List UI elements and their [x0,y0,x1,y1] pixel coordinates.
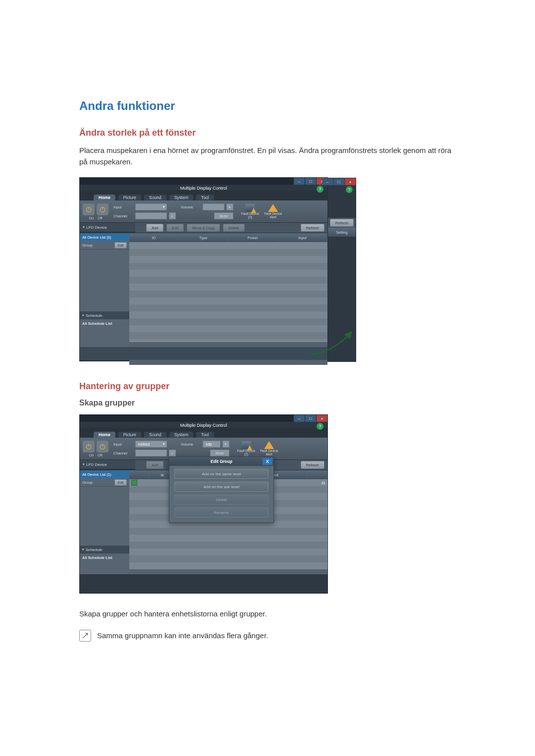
section-resize-title: Ändra storlek på ett fönster [79,128,456,138]
all-schedule-list[interactable]: All Schedule List [80,319,129,327]
channel-input[interactable] [135,212,167,219]
section-groups-title: Hantering av grupper [79,381,456,392]
tab-tool[interactable]: Tool [196,195,214,201]
power-on-button[interactable] [83,203,95,215]
refresh-button-2[interactable]: Refresh [301,461,324,469]
section-resize-body: Placera muspekaren i ena hörnet av progr… [79,145,456,167]
note-icon [79,630,91,642]
all-schedule-list-2[interactable]: All Schedule List [80,554,129,561]
row-checkbox[interactable] [131,480,137,486]
window-controls-2: – □ x [294,415,327,422]
col-type[interactable]: Type [179,233,228,242]
power-on-button-2[interactable] [83,441,95,453]
sidebar: All Device List (0) Group Edit Schedule … [80,233,129,347]
note: Samma gruppnamn kan inte användas flera … [79,630,456,642]
input-select[interactable] [135,203,167,210]
group-label: Group [82,243,93,248]
group-row-2: Group Edit [80,478,129,487]
mute-button-2[interactable]: Mute [210,450,229,456]
bottom-scrollbar[interactable] [129,360,327,365]
section-groups-body: Skapa grupper och hantera enhetslistorna… [79,608,456,620]
close-button-2[interactable]: x [317,415,327,422]
delete-button[interactable]: Delete [223,224,245,232]
maximize-button[interactable]: □ [305,178,316,185]
all-device-list-header-2[interactable]: All Device List (1) [80,470,129,478]
col-power[interactable]: Power [228,233,278,242]
add-same-level-button[interactable]: Add on the same level [174,469,268,479]
add-sub-level-button[interactable]: Add on the sub level [174,482,268,492]
add-button-2[interactable]: Add [146,461,163,469]
channel-input-2[interactable] [135,450,167,456]
group-edit-button-2[interactable]: Edit [114,479,127,486]
fault-alert-label-2: Fault DeviceAlert [260,450,278,456]
section-groups-sub: Skapa grupper [79,399,456,407]
fault-alert-icon-2[interactable] [264,441,274,449]
horizontal-scrollbar[interactable] [129,342,327,347]
maximize-button-2[interactable]: □ [305,415,316,422]
channel-stepper[interactable]: ▵ [169,212,176,219]
help-icon[interactable]: ? [317,186,323,193]
mini-maximize-button[interactable]: □ [333,178,344,185]
channel-label: Channel [113,214,133,218]
power-on-label-2: On [89,454,94,457]
tab-sound-2[interactable]: Sound [144,432,166,438]
group-label-2: Group [82,480,93,485]
minimize-button-2[interactable]: – [294,415,305,422]
move-copy-button[interactable]: Move & Copy [187,224,220,232]
power-off-button[interactable] [97,203,108,215]
row-num-value: 21 [321,481,325,485]
tab-home-2[interactable]: Home [94,432,115,438]
power-off-label: Off [98,216,102,220]
mini-refresh-button[interactable]: Refresh [330,219,354,227]
col-id[interactable]: ID [129,233,179,242]
tab-system-2[interactable]: System [169,432,193,438]
tab-picture-2[interactable]: Picture [118,432,141,438]
side-lfd-header-2[interactable]: LFD Device [80,460,135,469]
mini-minimize-button[interactable]: – [322,178,333,185]
side-lfd-header[interactable]: LFD Device [80,223,135,232]
volume-input-2[interactable]: 100 [203,441,220,448]
power-off-button-2[interactable] [97,441,108,453]
group-edit-button[interactable]: Edit [114,242,127,249]
volume-stepper[interactable]: ▸ [226,203,233,210]
tab-picture[interactable]: Picture [118,195,141,201]
add-button[interactable]: Add [146,224,163,232]
mini-help-icon[interactable]: ? [346,186,353,193]
horizontal-scrollbar-2[interactable] [129,569,327,574]
input-select-2[interactable]: HDMI2 [135,441,167,448]
tab-sound[interactable]: Sound [144,195,166,201]
app-title: Multiple Display Control [80,185,327,191]
mute-button[interactable]: Mute [214,212,233,219]
schedule-header-2[interactable]: Schedule [80,546,129,554]
note-text: Samma gruppnamn kan inte användas flera … [97,631,268,640]
edit-button[interactable]: Edit [166,224,184,232]
schedule-header[interactable]: Schedule [80,311,129,319]
delete-group-button[interactable]: Delete [174,495,268,504]
mini-close-button[interactable]: x [345,178,356,185]
help-icon-2[interactable]: ? [317,423,323,430]
all-device-list-header[interactable]: All Device List (0) [80,233,129,241]
volume-stepper-2[interactable]: ▸ [222,441,229,448]
tab-system[interactable]: System [169,195,193,201]
dialog-close-button[interactable]: X [263,458,272,465]
volume-input[interactable] [203,203,224,210]
screenshot-resize-window: – □ x Multiple Display Control ? Home Pi… [79,177,328,361]
minimize-button[interactable]: – [294,178,305,185]
channel-label-2: Channel [113,451,133,455]
sidebar-2: All Device List (1) Group Edit Schedule … [80,470,129,574]
mini-col-setting: Setting [328,228,356,237]
col-input[interactable]: Input [278,233,327,242]
rename-group-button[interactable]: Rename [174,507,268,517]
fault-device-icon[interactable] [245,204,255,212]
main-tabs: Home Picture Sound System Tool [80,191,327,201]
ribbon: On Off Input Channel ▵ Volume [80,201,327,223]
tab-home[interactable]: Home [94,195,115,201]
refresh-button[interactable]: Refresh [301,224,324,232]
channel-stepper-2[interactable]: ▵ [169,450,176,456]
fault-alert-icon[interactable] [268,204,278,212]
input-label: Input [113,205,133,209]
fault-device-icon-2[interactable] [241,441,251,449]
tab-tool-2[interactable]: Tool [196,432,214,438]
volume-label-2: Volume [181,442,201,447]
page-title: Andra funktioner [79,99,456,113]
